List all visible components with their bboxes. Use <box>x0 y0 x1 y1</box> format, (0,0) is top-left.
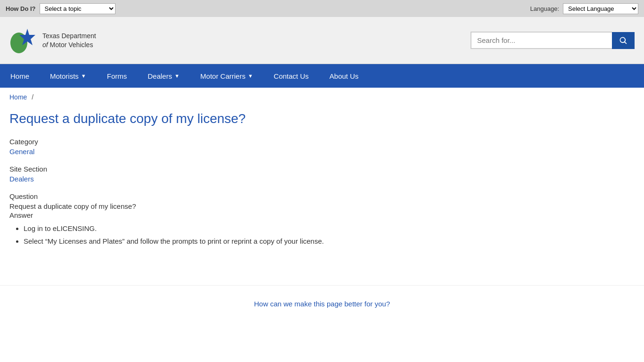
main-content: Request a duplicate copy of my license? … <box>0 107 424 266</box>
category-label: Category <box>9 138 415 146</box>
question-text: Request a duplicate copy of my license? <box>9 202 415 210</box>
nav-label-forms: Forms <box>107 72 127 80</box>
search-input[interactable] <box>471 32 612 49</box>
feedback-bar: How can we make this page better for you… <box>0 285 644 322</box>
language-label: Language: <box>530 5 559 12</box>
site-section-label: Site Section <box>9 165 415 173</box>
site-section-link[interactable]: Dealers <box>9 175 34 183</box>
answer-list: Log in to eLICENSING. Select “My License… <box>24 222 415 247</box>
nav-item-motor-carriers[interactable]: Motor Carriers ▼ <box>190 64 264 88</box>
question-label: Question <box>9 192 415 200</box>
how-do-i-section: How Do I? Select a topic Register a vehi… <box>6 3 116 14</box>
motor-carriers-dropdown-icon: ▼ <box>248 73 253 79</box>
breadcrumb-separator: / <box>32 93 33 101</box>
top-bar: How Do I? Select a topic Register a vehi… <box>0 0 644 17</box>
answer-item-1: Log in to eLICENSING. <box>24 222 415 235</box>
dealers-dropdown-icon: ▼ <box>174 73 180 79</box>
page-title: Request a duplicate copy of my license? <box>9 111 415 126</box>
site-section-value: Dealers <box>9 175 415 183</box>
search-button[interactable] <box>612 32 635 49</box>
main-nav: Home Motorists ▼ Forms Dealers ▼ Motor C… <box>0 64 644 88</box>
feedback-link[interactable]: How can we make this page better for you… <box>254 300 390 308</box>
breadcrumb: Home / <box>0 88 644 107</box>
category-value: General <box>9 148 415 156</box>
language-select[interactable]: Select Language English Spanish French <box>563 3 638 14</box>
nav-item-contact-us[interactable]: Contact Us <box>264 64 319 88</box>
nav-label-motorists: Motorists <box>50 72 79 80</box>
nav-label-dealers: Dealers <box>148 72 172 80</box>
nav-item-forms[interactable]: Forms <box>97 64 138 88</box>
logo-area: Texas Department of Motor Vehicles <box>9 26 96 55</box>
logo-text: Texas Department of Motor Vehicles <box>42 32 96 49</box>
language-section: Language: Select Language English Spanis… <box>530 3 638 14</box>
txdmv-logo-icon <box>9 26 38 55</box>
nav-label-contact-us: Contact Us <box>274 72 309 80</box>
motorists-dropdown-icon: ▼ <box>81 73 86 79</box>
search-icon <box>619 36 628 45</box>
nav-item-motorists[interactable]: Motorists ▼ <box>40 64 97 88</box>
nav-label-motor-carriers: Motor Carriers <box>200 72 246 80</box>
search-area <box>471 32 635 49</box>
category-link[interactable]: General <box>9 148 34 156</box>
nav-label-home: Home <box>10 72 29 80</box>
nav-item-home[interactable]: Home <box>0 64 40 88</box>
topic-select[interactable]: Select a topic Register a vehicle Renew … <box>40 3 116 14</box>
answer-label: Answer <box>9 211 415 219</box>
site-header: Texas Department of Motor Vehicles <box>0 17 644 64</box>
logo-line1: Texas Department <box>42 32 96 40</box>
nav-label-about-us: About Us <box>330 72 359 80</box>
nav-item-about-us[interactable]: About Us <box>319 64 369 88</box>
how-do-i-label: How Do I? <box>6 5 36 12</box>
answer-item-2: Select “My Licenses and Plates” and foll… <box>24 235 415 247</box>
logo-line2: of Motor Vehicles <box>42 41 96 49</box>
nav-item-dealers[interactable]: Dealers ▼ <box>137 64 190 88</box>
breadcrumb-home-link[interactable]: Home <box>9 93 27 101</box>
